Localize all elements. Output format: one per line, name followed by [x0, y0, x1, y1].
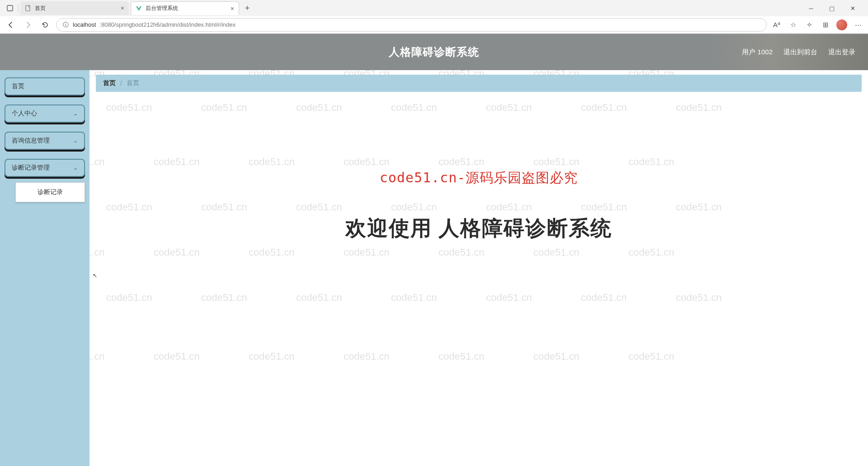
refresh-button[interactable] — [39, 19, 52, 31]
sidebar-item-home[interactable]: 首页 — [5, 77, 85, 95]
app-header: 人格障碍诊断系统 用户 1002 退出到前台 退出登录 — [0, 34, 868, 70]
main-content: 首页 / 首页 code51.cn-源码乐园盗图必究 欢迎使用 人格障碍诊断系统 — [90, 70, 868, 466]
address-bar: ⓘ localhost:8080/springboot212h6/admin/d… — [0, 16, 868, 33]
toolbar-icons: A⁴ ☆ ✧ ⊞ ⋯ — [771, 19, 863, 30]
minimize-button[interactable]: ─ — [805, 5, 817, 12]
page-icon — [25, 5, 31, 11]
page-viewport: code51.cn code51.cn code51.cn code51.cn … — [0, 34, 868, 466]
browser-chrome: 首页 × 后台管理系统 × + ─ ▢ ✕ ⓘ localhost — [0, 0, 868, 34]
breadcrumb-root[interactable]: 首页 — [103, 79, 116, 87]
new-tab-button[interactable]: + — [241, 2, 254, 14]
sidebar-item-consult[interactable]: 咨询信息管理 ⌄ — [5, 132, 85, 150]
svg-rect-0 — [7, 5, 13, 11]
sidebar-item-diagnosis[interactable]: 诊断记录管理 ⌄ — [5, 159, 85, 177]
watermark-banner: code51.cn-源码乐园盗图必究 — [96, 169, 862, 187]
breadcrumb-separator: / — [120, 80, 122, 87]
url-input[interactable]: ⓘ localhost:8080/springboot212h6/admin/d… — [56, 18, 767, 32]
menu-icon[interactable]: ⋯ — [853, 19, 863, 30]
extensions-icon[interactable]: ⊞ — [820, 19, 831, 30]
content-area: code51.cn-源码乐园盗图必究 欢迎使用 人格障碍诊断系统 — [96, 92, 862, 243]
tab-title: 后台管理系统 — [146, 5, 227, 12]
sidebar-item-label: 个人中心 — [12, 109, 37, 118]
sidebar-item-label: 首页 — [12, 82, 24, 90]
logout-link[interactable]: 退出登录 — [828, 48, 855, 57]
maximize-button[interactable]: ▢ — [826, 5, 838, 12]
user-label[interactable]: 用户 1002 — [742, 48, 773, 57]
submenu-label: 诊断记录 — [38, 188, 63, 195]
breadcrumb-current: 首页 — [127, 79, 139, 87]
chevron-down-icon: ⌄ — [73, 165, 78, 171]
window-controls: ─ ▢ ✕ — [805, 5, 864, 12]
header-right: 用户 1002 退出到前台 退出登录 — [742, 48, 855, 57]
close-icon[interactable]: × — [121, 5, 124, 12]
chevron-down-icon: ⌄ — [73, 138, 78, 144]
chevron-down-icon: ⌄ — [73, 110, 78, 117]
tab-actions-icon[interactable] — [4, 2, 16, 14]
close-icon[interactable]: × — [231, 5, 234, 12]
url-host: localhost — [73, 21, 96, 28]
sidebar-item-label: 诊断记录管理 — [12, 164, 50, 172]
sidebar-item-label: 咨询信息管理 — [12, 137, 50, 145]
svg-rect-1 — [26, 5, 30, 11]
breadcrumb: 首页 / 首页 — [96, 75, 862, 92]
collections-icon[interactable]: ✧ — [804, 19, 815, 30]
app-title: 人格障碍诊断系统 — [389, 45, 479, 59]
sidebar: 首页 个人中心 ⌄ 咨询信息管理 ⌄ 诊断记录管理 ⌄ 诊断记录 — [0, 70, 90, 466]
profile-avatar[interactable] — [836, 19, 847, 30]
sidebar-item-personal[interactable]: 个人中心 ⌄ — [5, 105, 85, 123]
browser-tab-1[interactable]: 后台管理系统 × — [131, 1, 239, 15]
app-body: 首页 个人中心 ⌄ 咨询信息管理 ⌄ 诊断记录管理 ⌄ 诊断记录 首页 / 首 — [0, 70, 868, 466]
sidebar-submenu-diagnosis-record[interactable]: 诊断记录 — [15, 182, 85, 202]
favorite-icon[interactable]: ☆ — [788, 19, 798, 30]
tab-bar: 首页 × 后台管理系统 × + ─ ▢ ✕ — [0, 0, 868, 16]
tab-title: 首页 — [35, 5, 117, 12]
cursor-icon: ↖ — [93, 272, 97, 279]
welcome-heading: 欢迎使用 人格障碍诊断系统 — [96, 214, 862, 243]
back-button[interactable] — [5, 19, 17, 31]
site-info-icon[interactable]: ⓘ — [62, 21, 69, 29]
vue-icon — [136, 5, 142, 12]
url-path: :8080/springboot212h6/admin/dist/index.h… — [99, 21, 236, 28]
forward-button[interactable] — [22, 19, 34, 31]
close-window-button[interactable]: ✕ — [846, 5, 859, 12]
exit-to-front-link[interactable]: 退出到前台 — [783, 48, 817, 57]
browser-tab-0[interactable]: 首页 × — [20, 1, 129, 15]
read-aloud-icon[interactable]: A⁴ — [771, 19, 782, 30]
